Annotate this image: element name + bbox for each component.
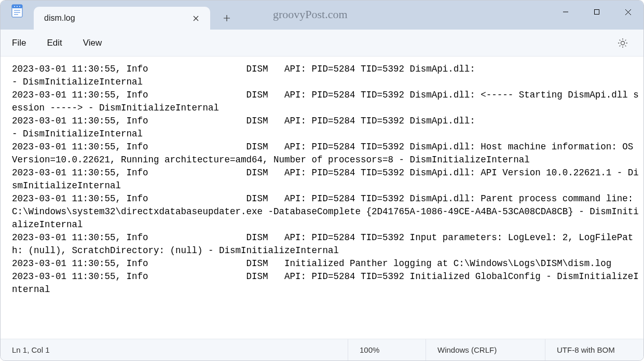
menu-view[interactable]: View bbox=[77, 35, 117, 51]
notepad-window: dism.log groovyPost.com bbox=[0, 0, 644, 361]
maximize-button[interactable] bbox=[581, 1, 612, 23]
svg-line-22 bbox=[625, 39, 626, 40]
close-icon bbox=[625, 9, 632, 16]
settings-button[interactable] bbox=[612, 33, 633, 53]
menu-edit[interactable]: Edit bbox=[40, 35, 76, 51]
window-controls bbox=[550, 1, 643, 23]
app-icon bbox=[10, 4, 24, 19]
menubar: File Edit View bbox=[1, 30, 643, 57]
svg-line-23 bbox=[620, 45, 621, 46]
minimize-button[interactable] bbox=[550, 1, 581, 23]
minimize-icon bbox=[563, 9, 569, 15]
statusbar: Ln 1, Col 1 100% Windows (CRLF) UTF-8 wi… bbox=[1, 339, 643, 360]
svg-point-2 bbox=[14, 6, 15, 7]
tab-dism-log[interactable]: dism.log bbox=[34, 7, 210, 30]
svg-line-20 bbox=[620, 39, 621, 40]
status-encoding[interactable]: UTF-8 with BOM bbox=[545, 339, 643, 360]
watermark-text: groovyPost.com bbox=[273, 8, 348, 21]
gear-icon bbox=[618, 38, 628, 48]
menu-file[interactable]: File bbox=[6, 35, 40, 51]
maximize-icon bbox=[594, 9, 600, 15]
titlebar[interactable]: dism.log groovyPost.com bbox=[1, 1, 643, 30]
text-editor[interactable]: 2023-03-01 11:30:55, Info DISM API: PID=… bbox=[12, 63, 639, 339]
status-zoom[interactable]: 100% bbox=[348, 339, 426, 360]
close-window-button[interactable] bbox=[612, 1, 643, 23]
svg-point-4 bbox=[19, 6, 20, 7]
close-icon bbox=[193, 16, 199, 21]
svg-line-21 bbox=[625, 45, 626, 46]
editor-area: 2023-03-01 11:30:55, Info DISM API: PID=… bbox=[1, 57, 643, 339]
svg-point-3 bbox=[17, 6, 18, 7]
tab-close-button[interactable] bbox=[188, 11, 203, 25]
svg-rect-13 bbox=[595, 10, 599, 15]
tab-title: dism.log bbox=[44, 13, 183, 23]
status-cursor-position[interactable]: Ln 1, Col 1 bbox=[1, 339, 348, 360]
new-tab-button[interactable] bbox=[214, 7, 239, 30]
status-line-ending[interactable]: Windows (CRLF) bbox=[426, 339, 545, 360]
plus-icon bbox=[223, 15, 230, 22]
